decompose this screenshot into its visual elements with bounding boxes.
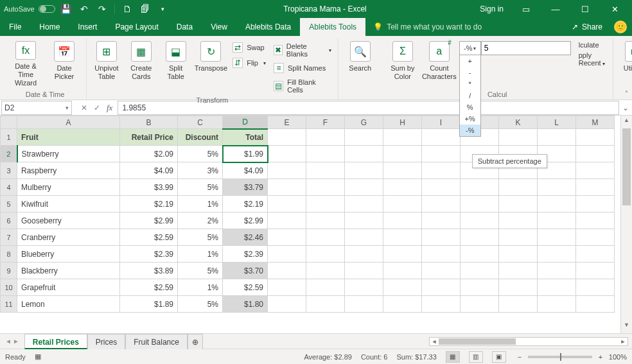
split-names-button[interactable]: ≡Split Names (271, 62, 334, 74)
cell[interactable]: 1% (178, 246, 223, 263)
sum-by-color-button[interactable]: ΣSum by Color (386, 39, 419, 87)
calc-op-plus[interactable]: + (460, 55, 480, 67)
cell[interactable]: $2.59 (223, 279, 268, 296)
cell[interactable] (422, 196, 461, 212)
cell[interactable] (576, 196, 615, 212)
cell[interactable] (306, 246, 345, 263)
cell[interactable]: $3.89 (120, 263, 178, 279)
hscroll-thumb[interactable] (439, 338, 516, 345)
cell[interactable] (345, 296, 383, 313)
expand-formula-bar-icon[interactable]: ⌄ (619, 103, 632, 112)
calc-op-add-percent[interactable]: +% (460, 113, 480, 125)
cell[interactable] (576, 296, 615, 313)
new-icon[interactable]: 🗋 (120, 2, 134, 16)
cell[interactable]: $4.09 (120, 162, 178, 179)
maximize-button[interactable]: ☐ (572, 0, 599, 18)
cell[interactable] (422, 229, 461, 246)
cell[interactable] (268, 196, 306, 212)
cell[interactable] (306, 129, 345, 146)
col-header-a[interactable]: A (17, 116, 120, 129)
col-header-h[interactable]: H (383, 116, 422, 129)
undo-icon[interactable]: ↶ (77, 2, 91, 16)
redo-icon[interactable]: ↷ (95, 2, 109, 16)
cell[interactable] (383, 129, 422, 146)
cell[interactable] (306, 263, 345, 279)
signin-link[interactable]: Sign in (480, 4, 504, 13)
cell[interactable] (306, 196, 345, 212)
sheet-tab-fruit-balance[interactable]: Fruit Balance (125, 334, 188, 349)
cell[interactable]: Lemon (17, 296, 120, 313)
tab-ablebits-tools[interactable]: Ablebits Tools (300, 18, 365, 36)
cell[interactable]: 5% (178, 263, 223, 279)
cell[interactable]: $3.79 (223, 179, 268, 196)
cell[interactable] (422, 212, 461, 229)
tab-data[interactable]: Data (168, 18, 202, 36)
row-header[interactable]: 8 (1, 246, 17, 263)
row-header[interactable]: 1 (1, 129, 17, 146)
cell[interactable] (306, 162, 345, 179)
cell[interactable] (538, 296, 576, 313)
cell[interactable] (576, 129, 615, 146)
cell[interactable]: $1.99 (223, 146, 268, 162)
cell[interactable] (538, 246, 576, 263)
cell[interactable] (268, 162, 306, 179)
date-time-wizard-button[interactable]: fx Date & Time Wizard (8, 39, 44, 87)
feedback-smiley-icon[interactable]: 🙂 (614, 21, 627, 33)
cell[interactable] (576, 146, 615, 162)
calc-op-sub-percent[interactable]: -% (460, 125, 480, 136)
cell[interactable] (268, 263, 306, 279)
calc-op-multiply[interactable]: * (460, 78, 480, 90)
cell[interactable] (538, 229, 576, 246)
cell[interactable] (383, 212, 422, 229)
cell[interactable]: $1.80 (223, 296, 268, 313)
cell[interactable]: Retail Price (120, 129, 178, 146)
apply-recent-button[interactable]: pply Recent▾ (579, 51, 609, 67)
ribbon-display-icon[interactable]: ▭ (513, 0, 540, 18)
cell[interactable] (422, 263, 461, 279)
calc-op-percent[interactable]: % (460, 101, 480, 113)
cell[interactable] (576, 263, 615, 279)
vertical-scrollbar[interactable]: ▲ ▼ (620, 116, 632, 333)
cell[interactable]: Kiwifruit (17, 196, 120, 212)
cell[interactable] (383, 196, 422, 212)
scroll-left-icon[interactable]: ◄ (430, 338, 438, 345)
cell[interactable]: 5% (178, 179, 223, 196)
cell[interactable] (538, 129, 576, 146)
cell[interactable] (461, 296, 499, 313)
col-header-e[interactable]: E (268, 116, 306, 129)
cell[interactable] (499, 296, 538, 313)
cell[interactable]: Raspberry (17, 162, 120, 179)
col-header-i[interactable]: I (422, 116, 461, 129)
cell[interactable] (268, 296, 306, 313)
cell[interactable] (576, 162, 615, 179)
cell[interactable]: $2.19 (223, 196, 268, 212)
cell[interactable] (499, 229, 538, 246)
cell[interactable]: $2.99 (120, 212, 178, 229)
view-normal-icon[interactable]: ▦ (446, 351, 460, 363)
cell[interactable]: $3.70 (223, 263, 268, 279)
cell[interactable] (499, 246, 538, 263)
cell[interactable] (461, 263, 499, 279)
cell[interactable]: Blueberry (17, 246, 120, 263)
cell[interactable] (576, 179, 615, 196)
row-header[interactable]: 4 (1, 179, 17, 196)
col-header-d[interactable]: D (223, 116, 268, 129)
cell[interactable]: $2.09 (120, 146, 178, 162)
col-header-f[interactable]: F (306, 116, 345, 129)
calc-op-divide[interactable]: / (460, 90, 480, 101)
cell[interactable] (422, 129, 461, 146)
cell[interactable] (345, 246, 383, 263)
col-header-c[interactable]: C (178, 116, 223, 129)
cell[interactable] (268, 229, 306, 246)
cell[interactable]: 5% (178, 296, 223, 313)
count-chars-button[interactable]: a#Count Characters (422, 39, 457, 87)
zoom-slider[interactable] (528, 356, 592, 358)
cell[interactable] (461, 196, 499, 212)
row-header[interactable]: 11 (1, 296, 17, 313)
search-button[interactable]: 🔍Search (342, 39, 378, 87)
cell[interactable] (538, 179, 576, 196)
cell[interactable]: Total (223, 129, 268, 146)
calculate-button[interactable]: lculate (579, 41, 609, 49)
cell[interactable]: $2.59 (120, 229, 178, 246)
cell[interactable] (538, 196, 576, 212)
